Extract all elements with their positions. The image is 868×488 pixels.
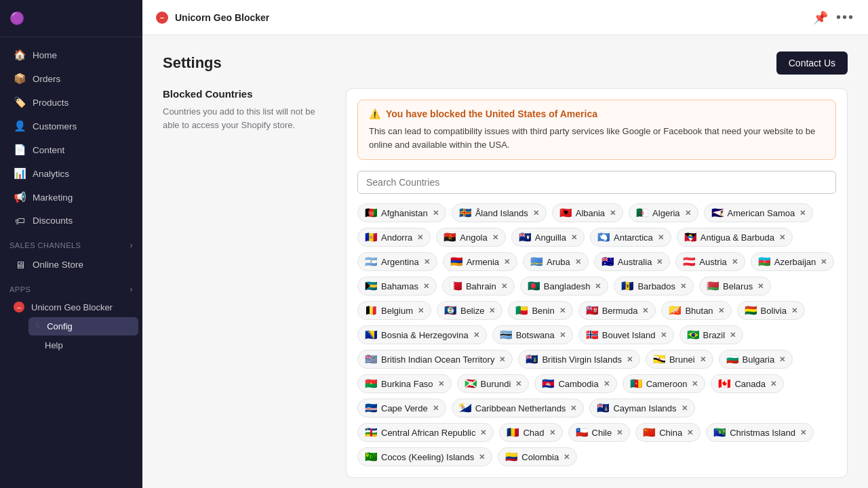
remove-country-button[interactable]: ✕ [433, 404, 439, 413]
sidebar-item-marketing[interactable]: 📢 Marketing [4, 186, 138, 209]
pin-icon[interactable]: 📌 [813, 10, 828, 25]
country-name: Belgium [381, 306, 413, 316]
remove-country-button[interactable]: ✕ [642, 306, 648, 315]
country-name: Bhutan [685, 306, 713, 316]
remove-country-button[interactable]: ✕ [730, 331, 736, 340]
more-options-icon[interactable]: ••• [836, 9, 854, 25]
sidebar-item-products[interactable]: 🏷️ Products [4, 91, 138, 114]
remove-country-button[interactable]: ✕ [685, 209, 691, 218]
tag-cambodia: 🇰🇭Cambodia✕ [534, 374, 616, 393]
sidebar-item-orders[interactable]: 📦 Orders [4, 67, 138, 90]
remove-country-button[interactable]: ✕ [757, 282, 764, 291]
flag-icon: 🇦🇿 [758, 256, 771, 268]
sidebar-item-help[interactable]: Help [28, 336, 138, 354]
contact-us-button[interactable]: Contact Us [776, 52, 848, 75]
tag-burundi: 🇧🇮Burundi✕ [457, 374, 530, 393]
country-name: Austria [699, 257, 726, 267]
remove-country-button[interactable]: ✕ [559, 306, 566, 315]
remove-country-button[interactable]: ✕ [564, 453, 570, 462]
tag-belarus: 🇧🇾Belarus✕ [699, 277, 771, 296]
remove-country-button[interactable]: ✕ [479, 453, 485, 462]
remove-country-button[interactable]: ✕ [423, 282, 429, 291]
remove-country-button[interactable]: ✕ [575, 258, 581, 266]
country-name: Cocos (Keeling) Islands [381, 452, 474, 462]
remove-country-button[interactable]: ✕ [604, 380, 610, 388]
country-name: Australia [618, 257, 652, 267]
remove-country-button[interactable]: ✕ [492, 233, 498, 242]
sidebar-item-content[interactable]: 📄 Content [4, 138, 138, 161]
remove-country-button[interactable]: ✕ [501, 282, 507, 291]
remove-country-button[interactable]: ✕ [660, 331, 667, 340]
remove-country-button[interactable]: ✕ [424, 258, 430, 266]
sidebar-item-orders-label: Orders [33, 74, 60, 84]
remove-country-button[interactable]: ✕ [687, 428, 693, 437]
tag-cape-verde: 🇨🇻Cape Verde✕ [357, 399, 446, 418]
flag-icon: 🇧🇬 [726, 353, 739, 365]
remove-country-button[interactable]: ✕ [682, 404, 688, 413]
remove-country-button[interactable]: ✕ [770, 380, 776, 388]
sidebar-item-home[interactable]: 🏠 Home [4, 43, 138, 66]
remove-country-button[interactable]: ✕ [700, 355, 706, 364]
remove-country-button[interactable]: ✕ [499, 355, 505, 364]
remove-country-button[interactable]: ✕ [779, 355, 785, 364]
remove-country-button[interactable]: ✕ [515, 380, 521, 388]
remove-country-button[interactable]: ✕ [480, 428, 486, 437]
remove-country-button[interactable]: ✕ [821, 258, 827, 266]
sidebar-item-analytics-label: Analytics [33, 169, 69, 179]
tag-burkina-faso: 🇧🇫Burkina Faso✕ [357, 374, 452, 393]
flag-icon: 🇦🇫 [365, 207, 378, 219]
tag-brunei: 🇧🇳Brunei✕ [646, 350, 713, 369]
flag-icon: 🇧🇲 [586, 304, 599, 317]
remove-country-button[interactable]: ✕ [595, 282, 601, 291]
search-input[interactable] [357, 171, 836, 194]
flag-icon: 🇦🇹 [683, 256, 696, 268]
remove-country-button[interactable]: ✕ [438, 380, 444, 388]
remove-country-button[interactable]: ✕ [549, 428, 555, 437]
country-name: British Virgin Islands [542, 354, 622, 365]
remove-country-button[interactable]: ✕ [473, 331, 479, 340]
flag-icon: 🇧🇼 [500, 329, 513, 341]
marketing-icon: 📢 [14, 191, 26, 203]
remove-country-button[interactable]: ✕ [570, 404, 576, 413]
remove-country-button[interactable]: ✕ [800, 428, 806, 437]
sidebar-item-analytics[interactable]: 📊 Analytics [4, 162, 138, 185]
flag-icon: 🇧🇶 [459, 402, 472, 414]
country-name: Afghanistan [381, 208, 428, 218]
sidebar-item-customers[interactable]: 👤 Customers [4, 115, 138, 138]
remove-country-button[interactable]: ✕ [718, 306, 724, 315]
remove-country-button[interactable]: ✕ [418, 306, 424, 315]
remove-country-button[interactable]: ✕ [658, 233, 664, 242]
sidebar-item-home-label: Home [33, 50, 57, 60]
remove-country-button[interactable]: ✕ [779, 233, 785, 242]
flag-icon: 🇧🇫 [365, 378, 378, 390]
remove-country-button[interactable]: ✕ [533, 209, 539, 218]
remove-country-button[interactable]: ✕ [656, 258, 663, 266]
remove-country-button[interactable]: ✕ [800, 209, 806, 218]
remove-country-button[interactable]: ✕ [489, 306, 495, 315]
sidebar-item-config[interactable]: └ Config [28, 317, 138, 336]
remove-country-button[interactable]: ✕ [680, 282, 686, 291]
remove-country-button[interactable]: ✕ [732, 258, 738, 266]
remove-country-button[interactable]: ✕ [616, 428, 623, 437]
remove-country-button[interactable]: ✕ [692, 380, 698, 388]
remove-country-button[interactable]: ✕ [791, 306, 797, 315]
remove-country-button[interactable]: ✕ [504, 258, 510, 266]
analytics-icon: 📊 [14, 167, 26, 180]
country-name: Albania [576, 208, 605, 218]
remove-country-button[interactable]: ✕ [559, 331, 566, 340]
warning-banner: ⚠️ You have blocked the United States of… [357, 100, 836, 160]
country-name: British Indian Ocean Territory [381, 354, 494, 365]
sidebar-item-discounts[interactable]: 🏷 Discounts [4, 209, 138, 232]
country-name: Burkina Faso [381, 379, 433, 389]
remove-country-button[interactable]: ✕ [571, 233, 577, 242]
sidebar-logo: 🟣 [0, 0, 142, 37]
sidebar-item-unicorn-geo-blocker[interactable]: – Unicorn Geo Blocker [4, 298, 138, 317]
tag-armenia: 🇦🇲Armenia✕ [443, 252, 517, 271]
remove-country-button[interactable]: ✕ [417, 233, 423, 242]
flag-icon: 🇧🇹 [669, 304, 682, 317]
remove-country-button[interactable]: ✕ [627, 355, 633, 364]
sidebar-item-online-store[interactable]: 🖥 Online Store [4, 253, 138, 276]
warning-title: ⚠️ You have blocked the United States of… [369, 108, 825, 119]
remove-country-button[interactable]: ✕ [610, 209, 616, 218]
remove-country-button[interactable]: ✕ [433, 209, 439, 218]
